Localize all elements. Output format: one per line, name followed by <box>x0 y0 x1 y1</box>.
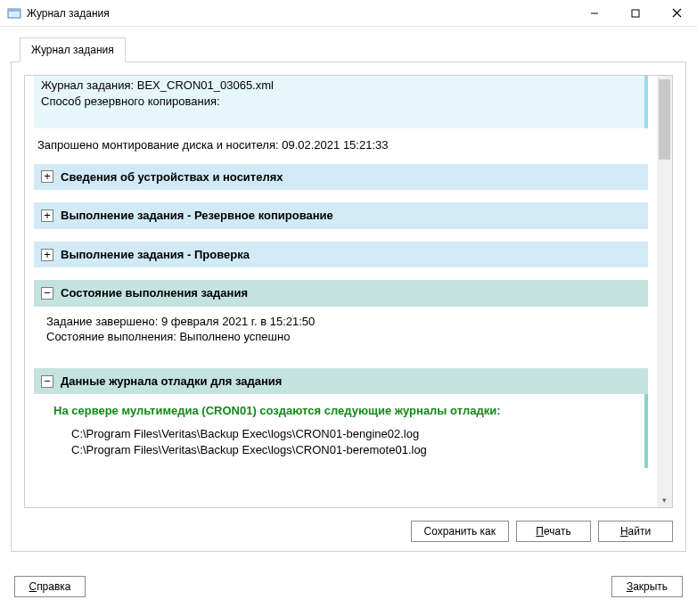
section-backup: Выполнение задания - Резервное копирован… <box>34 202 648 229</box>
section-title: Данные журнала отладки для задания <box>61 374 282 390</box>
collapse-icon[interactable] <box>41 287 53 300</box>
tab-container: Журнал задания Журнал задания: BEX_CRON0… <box>11 37 686 552</box>
find-button[interactable]: Найти <box>598 521 673 542</box>
section-header-backup[interactable]: Выполнение задания - Резервное копирован… <box>34 202 648 229</box>
window-buttons <box>574 0 697 27</box>
job-finished-line: Задание завершено: 9 февраля 2021 г. в 1… <box>46 314 636 330</box>
bottom-bar: Справка Закрыть <box>0 563 697 611</box>
dialog-body: Журнал задания Журнал задания: BEX_CRON0… <box>0 27 697 563</box>
job-log-header-block: Журнал задания: BEX_CRON01_03065.xml Спо… <box>34 76 648 128</box>
section-title: Состояние выполнения задания <box>61 285 248 301</box>
close-window-button[interactable] <box>656 0 697 27</box>
expand-icon[interactable] <box>41 209 53 222</box>
section-verify: Выполнение задания - Проверка <box>34 242 648 268</box>
section-header-debug[interactable]: Данные журнала отладки для задания <box>34 368 648 395</box>
titlebar: Журнал задания <box>0 0 697 27</box>
section-body-debug: На сервере мультимедиа (CRON01) создаютс… <box>34 394 648 468</box>
app-icon <box>7 6 21 21</box>
section-body-status: Задание завершено: 9 февраля 2021 г. в 1… <box>34 307 648 356</box>
print-button[interactable]: Печать <box>516 521 591 542</box>
button-label: Найти <box>620 525 651 538</box>
scrollbar-thumb[interactable] <box>659 79 670 160</box>
button-label: Сохранить как <box>424 525 496 538</box>
debug-log-server-line: На сервере мультимедиа (CRON01) создаютс… <box>46 401 632 426</box>
mount-request-line: Запрошено монтирование диска и носителя:… <box>30 137 652 164</box>
save-as-button[interactable]: Сохранить как <box>411 521 509 542</box>
maximize-button[interactable] <box>615 0 656 27</box>
debug-log-path-2: C:\Program Files\Veritas\Backup Exec\log… <box>46 442 632 458</box>
job-log-file-line: Журнал задания: BEX_CRON01_03065.xml <box>41 78 637 94</box>
button-label: Печать <box>536 525 570 538</box>
section-debug-logs: Данные журнала отладки для задания На се… <box>34 368 648 468</box>
button-label: Закрыть <box>627 580 668 593</box>
expand-icon[interactable] <box>41 249 53 261</box>
help-button[interactable]: Справка <box>14 576 86 597</box>
panel-buttons: Сохранить как Печать Найти <box>411 521 673 542</box>
collapse-icon[interactable] <box>41 375 53 388</box>
debug-log-path-1: C:\Program Files\Veritas\Backup Exec\log… <box>46 426 632 442</box>
section-header-devices[interactable]: Сведения об устройствах и носителях <box>34 164 648 191</box>
button-label: Справка <box>29 580 70 593</box>
section-title: Выполнение задания - Проверка <box>61 247 250 263</box>
window-title: Журнал задания <box>27 7 110 20</box>
log-viewport: Журнал задания: BEX_CRON01_03065.xml Спо… <box>24 75 673 508</box>
job-state-line: Состояние выполнения: Выполнено успешно <box>46 329 636 345</box>
scroll-down-arrow-icon[interactable]: ▾ <box>657 492 672 507</box>
section-title: Сведения об устройствах и носителях <box>61 169 283 185</box>
log-content: Журнал задания: BEX_CRON01_03065.xml Спо… <box>25 76 657 507</box>
minimize-button[interactable] <box>574 0 615 27</box>
tab-job-log[interactable]: Журнал задания <box>20 37 126 62</box>
backup-method-line: Способ резервного копирования: <box>41 94 637 110</box>
section-header-verify[interactable]: Выполнение задания - Проверка <box>34 242 648 268</box>
close-button[interactable]: Закрыть <box>611 576 683 597</box>
expand-icon[interactable] <box>41 170 53 183</box>
svg-rect-3 <box>632 10 639 17</box>
svg-rect-1 <box>8 9 20 12</box>
section-devices: Сведения об устройствах и носителях <box>34 164 648 191</box>
section-status: Состояние выполнения задания Задание зав… <box>34 280 648 356</box>
section-header-status[interactable]: Состояние выполнения задания <box>34 280 648 307</box>
section-title: Выполнение задания - Резервное копирован… <box>61 208 333 224</box>
tab-label: Журнал задания <box>31 44 114 56</box>
tab-panel: Журнал задания: BEX_CRON01_03065.xml Спо… <box>11 62 686 552</box>
vertical-scrollbar[interactable]: ▾ <box>657 76 672 507</box>
